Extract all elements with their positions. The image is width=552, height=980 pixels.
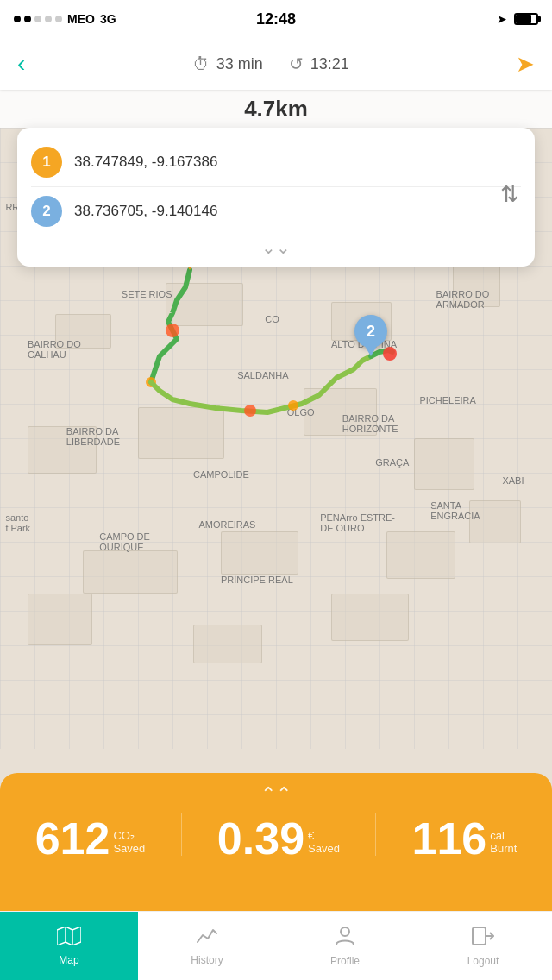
map-icon (57, 927, 81, 951)
money-label: Saved (308, 842, 340, 856)
status-bar: MEO 3G 12:48 ➤ (0, 0, 552, 38)
back-button[interactable]: ‹ (17, 50, 25, 78)
time-display: 12:48 (256, 10, 296, 28)
svg-marker-5 (57, 927, 81, 945)
waypoint-coords-1: 38.747849, -9.167386 (74, 154, 217, 171)
svg-point-3 (288, 400, 298, 411)
svg-point-0 (166, 324, 179, 337)
co2-stat: 612 CO₂ Saved (35, 816, 146, 861)
logout-icon (472, 926, 494, 952)
tab-history-label: History (191, 954, 223, 966)
waypoint-badge-2: 2 (31, 196, 62, 227)
location-icon: ➤ (497, 12, 507, 26)
svg-rect-9 (473, 927, 486, 945)
tab-profile-label: Profile (330, 955, 360, 967)
expand-up-arrow[interactable]: ⌃⌃ (260, 783, 292, 806)
swap-icon[interactable]: ⇅ (500, 180, 519, 207)
person-icon (336, 926, 354, 952)
timer-icon: ⏱ (192, 54, 210, 74)
time-value: 13:21 (310, 55, 349, 73)
svg-point-8 (341, 927, 349, 936)
history-icon: ↺ (289, 53, 304, 74)
tab-logout[interactable]: Logout (414, 912, 552, 980)
network-label: 3G (100, 12, 116, 26)
waypoint-pin-2: 2 (354, 315, 387, 356)
svg-point-2 (244, 405, 256, 417)
stats-row: 612 CO₂ Saved 0.39 € Saved 116 cal Burnt (17, 813, 535, 861)
co2-unit: CO₂ (113, 829, 135, 843)
expand-button[interactable]: ⌄⌄ (31, 237, 521, 258)
waypoint-row-1: 1 38.747849, -9.167386 (31, 141, 521, 183)
stat-divider-1 (181, 813, 182, 856)
money-value: 0.39 (217, 816, 304, 861)
cal-value: 116 (412, 816, 487, 861)
stat-divider-2 (375, 813, 376, 856)
co2-label: Saved (113, 842, 145, 856)
pin-badge-2: 2 (354, 315, 387, 348)
waypoint-badge-1: 1 (31, 147, 62, 178)
battery-indicator (514, 13, 538, 25)
pin-tail-2 (365, 346, 377, 356)
bottom-navigation: Map History Profile Logout (0, 911, 552, 980)
waypoint-row-2: 2 38.736705, -9.140146 (31, 191, 521, 232)
distance-value: 4.7km (244, 96, 308, 122)
cal-unit: cal (490, 829, 505, 843)
signal-indicator (14, 16, 62, 22)
waypoint-coords-2: 38.736705, -9.140146 (74, 203, 217, 220)
time-stat: ↺ 13:21 (289, 53, 349, 74)
chart-icon (196, 927, 218, 951)
share-button[interactable]: ➤ (516, 51, 535, 78)
stats-panel: ⌃⌃ 612 CO₂ Saved 0.39 € Saved 116 cal Bu… (0, 773, 552, 911)
duration-stat: ⏱ 33 min (192, 54, 263, 74)
waypoints-panel: 1 38.747849, -9.167386 2 38.736705, -9.1… (17, 128, 535, 267)
tab-map-label: Map (59, 954, 78, 966)
co2-value: 612 (35, 816, 110, 861)
cal-label: Burnt (490, 842, 517, 856)
cal-stat: 116 cal Burnt (412, 816, 518, 861)
top-navigation: ‹ ⏱ 33 min ↺ 13:21 ➤ (0, 38, 552, 90)
duration-value: 33 min (216, 55, 263, 73)
tab-profile[interactable]: Profile (276, 912, 414, 980)
money-stat: 0.39 € Saved (217, 816, 340, 861)
tab-map[interactable]: Map (0, 912, 138, 980)
tab-logout-label: Logout (467, 955, 499, 967)
tab-history[interactable]: History (138, 912, 276, 980)
money-unit: € (308, 829, 314, 843)
carrier-label: MEO (67, 12, 95, 26)
distance-header: 4.7km (0, 90, 552, 128)
